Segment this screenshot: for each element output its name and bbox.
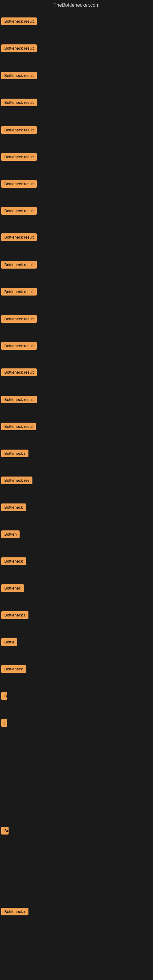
bottleneck-item: Bottleneck result xyxy=(1,18,37,26)
bottleneck-item: Bottleneck result xyxy=(1,153,37,162)
bottleneck-badge[interactable]: | xyxy=(1,719,7,727)
bottleneck-item: Bottleneck result xyxy=(1,207,37,216)
bottleneck-badge[interactable]: Bo xyxy=(1,827,9,835)
bottleneck-badge[interactable]: Bottleneck r xyxy=(1,450,29,457)
bottleneck-badge[interactable]: Bottleneck result xyxy=(1,72,37,79)
bottleneck-badge[interactable]: Bottleneck r xyxy=(1,611,29,619)
bottleneck-item: Bottleneck r xyxy=(1,611,29,620)
bottleneck-badge[interactable]: Bottleneck res xyxy=(1,477,32,484)
bottleneck-item: Bottleneck r xyxy=(1,908,29,916)
bottleneck-item: Bottleneck result xyxy=(1,126,37,135)
bottleneck-badge[interactable]: Bottleneck result xyxy=(1,45,37,52)
bottleneck-badge[interactable]: Bottlen xyxy=(1,530,19,538)
bottleneck-item: Bottleneck result xyxy=(1,72,37,81)
site-title: TheBottlenecker.com xyxy=(0,0,153,12)
bottleneck-badge[interactable]: Bottleneck xyxy=(1,665,26,673)
bottleneck-badge[interactable]: Bottleneck result xyxy=(1,18,37,25)
bottleneck-badge[interactable]: Bottleneck r xyxy=(1,908,29,915)
bottleneck-badge[interactable]: Bottleneck result xyxy=(1,342,37,350)
bottleneck-item: Bottleneck xyxy=(1,503,26,512)
bottleneck-item: Bottle xyxy=(1,638,17,647)
bottleneck-badge[interactable]: B xyxy=(1,692,7,700)
bottleneck-badge[interactable]: Bottleneck result xyxy=(1,153,37,161)
bottleneck-item: Bottleneck result xyxy=(1,233,37,242)
bottleneck-badge[interactable]: Bottle xyxy=(1,638,17,646)
bottleneck-item: Bottleneck xyxy=(1,665,26,674)
bottleneck-badge[interactable]: Bottleneck result xyxy=(1,180,37,188)
bottleneck-badge[interactable]: Bottleneck xyxy=(1,557,26,565)
bottleneck-item: Bottleneck result xyxy=(1,180,37,189)
bottleneck-item: Bottleneck resul xyxy=(1,423,36,431)
bottleneck-item: Bottleneck result xyxy=(1,261,37,270)
bottleneck-item: Bottleneck result xyxy=(1,99,37,108)
bottleneck-item: Bottlen xyxy=(1,530,19,539)
bottleneck-badge[interactable]: Bottleneck result xyxy=(1,126,37,134)
bottleneck-badge[interactable]: Bottleneck result xyxy=(1,261,37,269)
bottleneck-item: Bottleneck result xyxy=(1,396,37,404)
bottleneck-item: Bottlenec xyxy=(1,584,24,593)
bottleneck-badge[interactable]: Bottleneck result xyxy=(1,315,37,323)
bottleneck-item: Bottleneck result xyxy=(1,368,37,377)
bottleneck-item: Bottleneck res xyxy=(1,477,32,485)
bottleneck-item: Bottleneck r xyxy=(1,450,29,458)
bottleneck-item: Bottleneck result xyxy=(1,45,37,53)
bottleneck-badge[interactable]: Bottleneck result xyxy=(1,99,37,106)
bottleneck-badge[interactable]: Bottleneck result xyxy=(1,368,37,376)
bottleneck-item: Bottleneck result xyxy=(1,315,37,324)
bottleneck-badge[interactable]: Bottleneck result xyxy=(1,207,37,215)
bottleneck-badge[interactable]: Bottleneck xyxy=(1,503,26,511)
bottleneck-badge[interactable]: Bottleneck resul xyxy=(1,423,36,430)
bottleneck-item: Bottleneck result xyxy=(1,288,37,297)
bottleneck-item: Bo xyxy=(1,827,9,836)
bottleneck-badge[interactable]: Bottleneck result xyxy=(1,396,37,403)
bottleneck-badge[interactable]: Bottleneck result xyxy=(1,288,37,296)
bottleneck-item: Bottleneck xyxy=(1,557,26,566)
bottleneck-item: B xyxy=(1,692,7,701)
bottleneck-item: Bottleneck result xyxy=(1,342,37,351)
bottleneck-badge[interactable]: Bottlenec xyxy=(1,584,24,592)
bottleneck-item: | xyxy=(1,719,7,728)
bottleneck-badge[interactable]: Bottleneck result xyxy=(1,233,37,241)
